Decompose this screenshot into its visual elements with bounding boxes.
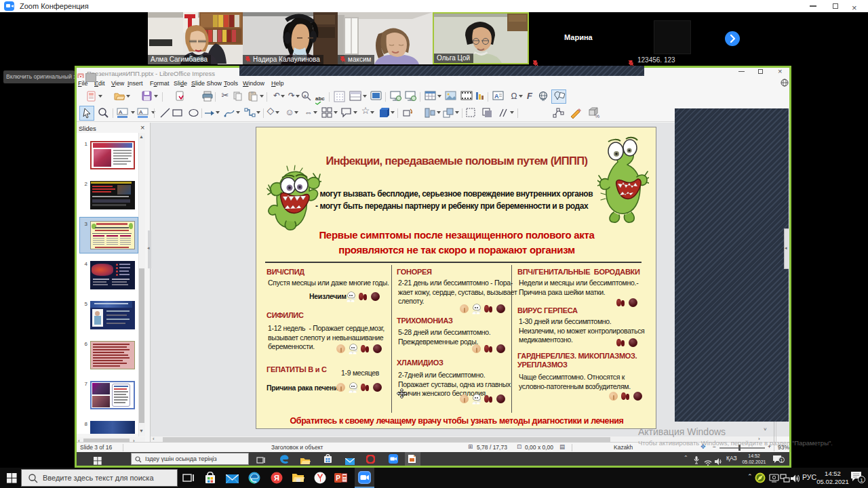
svg-text:%: % — [595, 113, 599, 119]
svg-text:A: A — [139, 109, 143, 115]
svg-text:P: P — [336, 474, 340, 482]
svg-text:a: a — [304, 94, 307, 98]
svg-text:A: A — [494, 93, 499, 100]
svg-text:A: A — [119, 109, 123, 115]
svg-text:Я: Я — [274, 474, 279, 482]
